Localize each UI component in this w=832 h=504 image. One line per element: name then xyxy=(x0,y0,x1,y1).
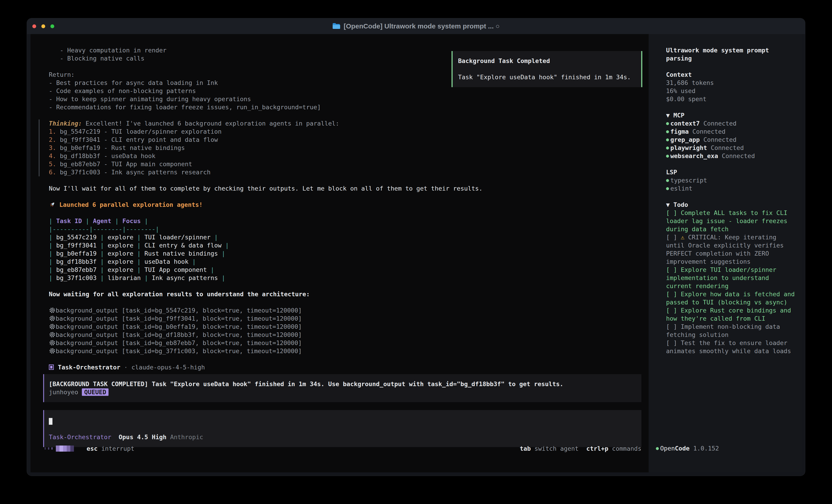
status-bar-left: esc interrupt xyxy=(45,445,134,452)
text-segment: | xyxy=(82,218,93,224)
text-segment: librarian xyxy=(108,274,140,281)
status-dot-icon xyxy=(666,187,669,190)
section-toggle[interactable]: ▼ Todo xyxy=(666,201,688,208)
gear-icon xyxy=(49,323,56,330)
text-segment: 1. xyxy=(49,128,60,135)
text-segment: | xyxy=(49,218,56,224)
text-segment: - How to keep spinner animating during h… xyxy=(49,95,251,103)
terminal-line: 1. bg_5547c219 - TUI loader/spinner expl… xyxy=(49,128,642,136)
text-segment: | xyxy=(222,242,229,249)
text-segment: explore xyxy=(108,250,133,257)
text-segment: | xyxy=(97,242,108,249)
text-segment: | xyxy=(49,258,56,265)
text-segment: | xyxy=(49,274,56,281)
text-segment: - Best practices for async data loading … xyxy=(49,79,218,86)
text-segment: - Recommendations for fixing loader free… xyxy=(49,104,321,111)
text-segment: | xyxy=(97,274,108,281)
text-segment: bg_37f1c003 - Ink async patterns researc… xyxy=(60,169,210,176)
conversation-scroll-region[interactable]: - Heavy computation in render - Blocking… xyxy=(38,46,642,447)
text-segment: |----------|--------|--------| xyxy=(49,226,159,232)
status-dot-icon xyxy=(666,130,669,133)
terminal-line: playwright Connected xyxy=(666,144,795,152)
text-segment: Excellent! I've launched 6 background ex… xyxy=(82,120,339,127)
terminal-line: grep_app Connected xyxy=(666,136,795,144)
terminal-line: background_output [task_id=bg_37f1c003, … xyxy=(49,347,642,355)
gear-icon xyxy=(49,315,56,322)
agent-icon xyxy=(49,364,54,370)
window-title-group: [OpenCode] Ultrawork mode system prompt … xyxy=(332,22,500,30)
terminal-line: [ ] Implement non-blocking data fetching… xyxy=(666,323,795,339)
text-segment: 5. xyxy=(49,161,60,168)
waiting-heading: Now waiting for all exploration results … xyxy=(49,290,642,306)
text-segment: CLI entry & data flow xyxy=(145,242,222,249)
terminal-line xyxy=(49,193,642,201)
text-segment: | xyxy=(49,242,56,249)
terminal-line: Launched 6 parallel exploration agents! xyxy=(49,201,642,209)
spinner-block xyxy=(59,446,63,452)
text-segment: explore xyxy=(108,266,133,273)
text-segment: [ ] Implement non-blocking data fetching… xyxy=(666,323,784,338)
text-segment: | xyxy=(140,274,152,281)
text-segment: explore xyxy=(108,258,133,265)
text-segment: 6. xyxy=(49,169,60,176)
text-segment: background_output [task_id=bg_b0effa19, … xyxy=(56,323,302,330)
text-segment: playwright xyxy=(670,144,707,151)
terminal-main[interactable]: - Heavy computation in render - Blocking… xyxy=(30,34,649,472)
terminal-line: typescript xyxy=(666,176,795,185)
text-segment: explore xyxy=(108,242,133,249)
text-segment: | xyxy=(133,234,145,241)
text-segment: eslint xyxy=(670,185,693,192)
status-dot-icon xyxy=(666,155,669,158)
terminal-line: 4. bg_df18bb3f - useData hook xyxy=(49,152,642,160)
terminal-line xyxy=(666,103,795,111)
text-segment xyxy=(166,433,170,441)
terminal-line: background_output [task_id=bg_eb87ebb7, … xyxy=(49,339,642,347)
terminal-line: 3. bg_b0effa19 - Rust native bindings xyxy=(49,144,642,152)
window-body: - Heavy computation in render - Blocking… xyxy=(27,34,805,476)
text-segment: TUI loader/spinner xyxy=(145,234,211,241)
text-segment: Return: xyxy=(49,71,75,78)
text-segment: Connected xyxy=(700,136,736,143)
todo-section: ▼ Todo[ ] Complete ALL tasks to fix CLI … xyxy=(666,201,795,355)
text-segment: | xyxy=(218,274,226,281)
terminal-line xyxy=(666,160,795,168)
text-segment: Thinking: xyxy=(49,120,82,127)
gear-icon xyxy=(49,331,56,338)
text-segment: Ultrawork mode system prompt parsing xyxy=(666,47,773,62)
wait-note: Now I'll wait for all of them to complet… xyxy=(49,176,642,201)
terminal-line: 6. bg_37f1c003 - Ink async patterns rese… xyxy=(49,168,642,176)
terminal-line: figma Connected xyxy=(666,128,795,136)
text-segment: | xyxy=(49,234,56,241)
terminal-line: Thinking: Excellent! I've launched 6 bac… xyxy=(49,119,642,128)
text-segment: Launched 6 parallel exploration agents! xyxy=(56,201,203,208)
text-segment: | xyxy=(210,234,218,241)
text-segment: [BACKGROUND TASK COMPLETED] Task "Explor… xyxy=(49,381,564,388)
prompt-input[interactable]: Task-Orchestrator Opus 4.5 High Anthropi… xyxy=(43,410,642,447)
section-toggle[interactable]: ▼ MCP xyxy=(666,112,684,119)
terminal-line: ▼ MCP xyxy=(666,111,795,119)
terminal-line: LSP xyxy=(666,168,795,176)
maximize-button[interactable] xyxy=(50,24,54,28)
text-segment: | xyxy=(133,242,145,249)
text-segment: background_output [task_id=bg_f9ff3041, … xyxy=(56,315,302,322)
text-segment: Anthropic xyxy=(170,433,203,441)
terminal-line xyxy=(49,209,642,217)
text-segment: Now waiting for all exploration results … xyxy=(49,290,310,298)
text-segment: | xyxy=(97,266,108,273)
close-button[interactable] xyxy=(32,24,36,28)
rocket-icon xyxy=(49,201,56,208)
folder-icon xyxy=(332,23,340,30)
ctrl-p-key-hint: ctrl+p xyxy=(586,445,608,452)
text-segment: | xyxy=(111,218,122,224)
text-segment: Connected xyxy=(718,152,755,160)
text-segment: bg_f9ff3041 - CLI entry point and data f… xyxy=(60,136,218,143)
text-segment: bg_df18bb3f - useData hook xyxy=(60,152,156,160)
text-segment: bg_df18bb3f xyxy=(56,258,97,265)
text-segment: Task-Orchestrator xyxy=(58,364,120,371)
text-segment: explore xyxy=(108,234,133,241)
text-segment: bg_b0effa19 xyxy=(56,250,97,257)
terminal-line xyxy=(49,417,637,425)
minimize-button[interactable] xyxy=(42,24,45,28)
agent-header: Task-Orchestrator · claude-opus-4-5-high xyxy=(49,363,642,371)
spinner-trail-icon xyxy=(45,447,53,450)
